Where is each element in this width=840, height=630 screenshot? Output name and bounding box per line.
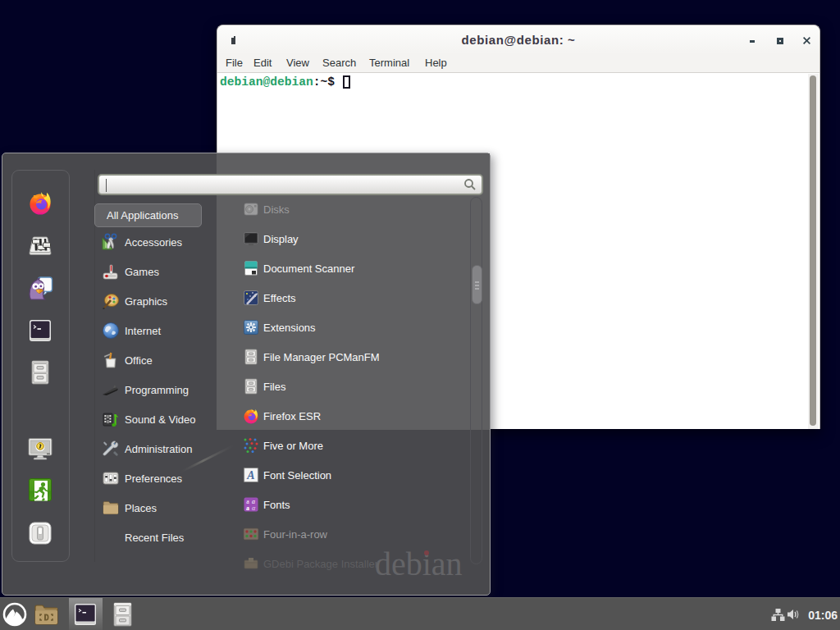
svg-text:A: A (246, 469, 254, 482)
svg-text:a: a (246, 504, 249, 512)
